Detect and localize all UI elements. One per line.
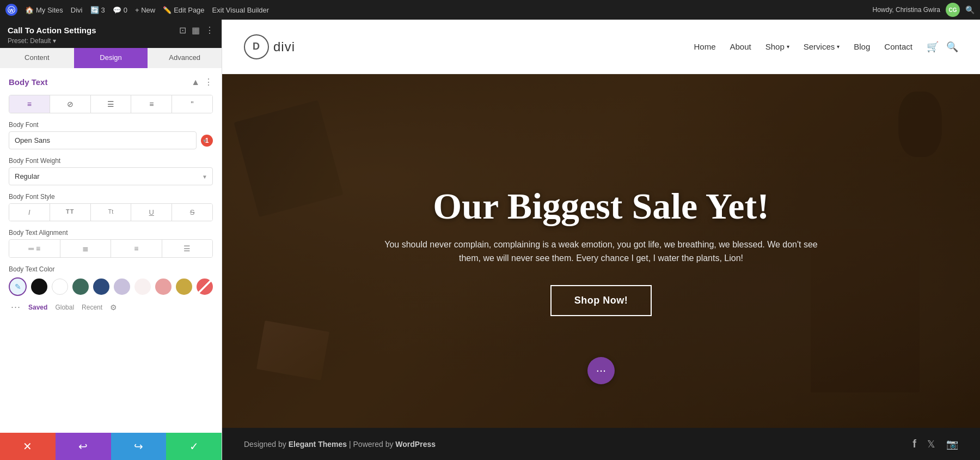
style-italic-btn[interactable]: I [9, 204, 50, 221]
tab-design[interactable]: Design [74, 48, 148, 68]
exit-builder-item[interactable]: Exit Visual Builder [212, 6, 270, 14]
eyedropper-icon: ✎ [15, 282, 21, 291]
notification-badge: 1 [201, 135, 213, 147]
color-row: ✎ [9, 277, 213, 296]
logo-circle: D [244, 34, 269, 59]
panel-preset[interactable]: Preset: Default ▾ [8, 37, 214, 45]
hero-cta-button[interactable]: Shop Now! [550, 285, 652, 316]
confirm-button[interactable]: ✓ [166, 433, 222, 460]
divi-menu[interactable]: Divi [71, 6, 83, 14]
new-item[interactable]: + New [135, 6, 155, 14]
dots-icon: ··· [596, 364, 606, 378]
font-style-row: I TT Tt U S [9, 203, 213, 221]
updates-icon: 🔄 [90, 6, 99, 14]
align-justify-btn[interactable]: ☰ [162, 240, 213, 257]
body-font-weight-label: Body Font Weight [9, 157, 213, 165]
section-header: Body Text ▲ ⋮ [9, 77, 213, 87]
undo-button[interactable]: ↩ [56, 433, 111, 460]
site-logo: D divi [244, 34, 295, 59]
style-underline-btn[interactable]: U [131, 204, 172, 221]
color-swatch-black[interactable] [31, 279, 47, 295]
facebook-icon[interactable]: f [912, 438, 916, 450]
section-collapse-icon[interactable]: ▲ [191, 77, 200, 87]
align-center-btn[interactable]: ≣ [60, 240, 112, 257]
panel-resize-icon[interactable]: ⊡ [179, 25, 186, 35]
color-swatch-strikethrough[interactable] [197, 279, 213, 295]
body-font-select-wrap: Open Sans Arial Georgia Roboto 1 [9, 131, 213, 149]
panel-more-icon[interactable]: ⋮ [205, 25, 214, 35]
color-swatch-gold[interactable] [176, 279, 192, 295]
panel-actions: ✕ ↩ ↪ ✓ [0, 433, 222, 460]
preset-chevron-icon: ▾ [53, 37, 56, 45]
color-tab-global[interactable]: Global [55, 304, 74, 311]
elegant-themes-link[interactable]: Elegant Themes [289, 440, 349, 449]
panel-title: Call To Action Settings [8, 26, 96, 35]
redo-button[interactable]: ↪ [111, 433, 167, 460]
text-format-align-btn[interactable]: ≡ [9, 95, 50, 113]
section-title-icons: ▲ ⋮ [191, 77, 213, 87]
color-swatch-navy[interactable] [93, 279, 109, 295]
comments-item[interactable]: 💬 0 [113, 6, 127, 14]
style-strikethrough-btn[interactable]: S [172, 204, 212, 221]
instagram-icon[interactable]: 📷 [946, 438, 958, 450]
howdy-text: Howdy, Christina Gwira [873, 6, 940, 14]
text-alignment-row: ═ ≡ ≣ ≡ ☰ [9, 239, 213, 258]
color-swatch-white[interactable] [52, 279, 68, 295]
avatar[interactable]: CG [946, 3, 960, 17]
align-right-btn[interactable]: ≡ [111, 240, 162, 257]
text-format-link-btn[interactable]: ⊘ [50, 95, 91, 113]
panel-layout-icon[interactable]: ▦ [192, 25, 200, 35]
admin-search-icon[interactable]: 🔍 [965, 5, 975, 14]
wp-logo-icon[interactable]: W [5, 4, 17, 16]
cancel-button[interactable]: ✕ [0, 433, 56, 460]
nav-search-icon[interactable]: 🔍 [946, 41, 958, 53]
wordpress-link[interactable]: WordPress [395, 440, 436, 449]
color-swatch-pink[interactable] [155, 279, 171, 295]
color-picker-active[interactable]: ✎ [9, 277, 27, 296]
right-panel: D divi Home About Shop ▾ Services ▾ [222, 20, 980, 460]
panel-title-icons: ⊡ ▦ ⋮ [179, 25, 214, 35]
body-font-weight-select-wrap: Regular Bold Light SemiBold [9, 167, 213, 185]
color-settings-icon[interactable]: ⚙ [110, 303, 117, 312]
site-footer: Designed by Elegant Themes | Powered by … [222, 428, 980, 460]
text-format-ordered-btn[interactable]: ≡ [131, 95, 172, 113]
body-font-weight-select[interactable]: Regular Bold Light SemiBold [9, 167, 213, 185]
color-tab-saved[interactable]: Saved [28, 304, 47, 311]
tab-advanced[interactable]: Advanced [148, 48, 222, 68]
align-left-btn[interactable]: ═ ≡ [9, 240, 60, 257]
style-capitalize-btn[interactable]: Tt [91, 204, 132, 221]
body-font-select[interactable]: Open Sans Arial Georgia Roboto [9, 131, 197, 149]
cart-icon[interactable]: 🛒 [927, 41, 939, 53]
color-swatch-green[interactable] [72, 279, 89, 295]
wp-admin-bar: W 🏠 My Sites Divi 🔄 3 💬 0 + New ✏️ Edit … [0, 0, 980, 20]
nav-services[interactable]: Services ▾ [804, 42, 840, 51]
text-format-list-btn[interactable]: ☰ [91, 95, 132, 113]
panel-tabs: Content Design Advanced [0, 48, 222, 68]
body-text-color-label: Body Text Color [9, 265, 213, 273]
site-header: D divi Home About Shop ▾ Services ▾ [222, 20, 980, 74]
body-text-alignment-label: Body Text Alignment [9, 229, 213, 237]
services-chevron-icon: ▾ [837, 44, 840, 50]
style-allcaps-btn[interactable]: TT [50, 204, 91, 221]
section-more-icon[interactable]: ⋮ [204, 77, 213, 87]
edit-page-item[interactable]: ✏️ Edit Page [163, 6, 204, 14]
sites-icon: 🏠 [25, 6, 34, 14]
footer-social: f 𝕏 📷 [912, 438, 958, 450]
footer-credit: Designed by Elegant Themes | Powered by … [244, 440, 436, 449]
updates-item[interactable]: 🔄 3 [90, 6, 105, 14]
color-tab-recent[interactable]: Recent [82, 304, 102, 311]
color-swatch-lavender[interactable] [114, 279, 130, 295]
text-format-quote-btn[interactable]: " [172, 95, 212, 113]
three-dots-icon[interactable]: ··· [11, 301, 21, 313]
tab-content[interactable]: Content [0, 48, 74, 68]
nav-home[interactable]: Home [694, 42, 715, 51]
nav-about[interactable]: About [730, 42, 751, 51]
nav-blog[interactable]: Blog [854, 42, 870, 51]
color-swatch-light-pink[interactable] [134, 279, 151, 295]
twitter-icon[interactable]: 𝕏 [927, 438, 935, 450]
float-dots-button[interactable]: ··· [587, 357, 615, 384]
body-font-style-label: Body Font Style [9, 193, 213, 201]
nav-shop[interactable]: Shop ▾ [765, 42, 789, 51]
my-sites-menu[interactable]: 🏠 My Sites [25, 6, 63, 14]
nav-contact[interactable]: Contact [884, 42, 912, 51]
